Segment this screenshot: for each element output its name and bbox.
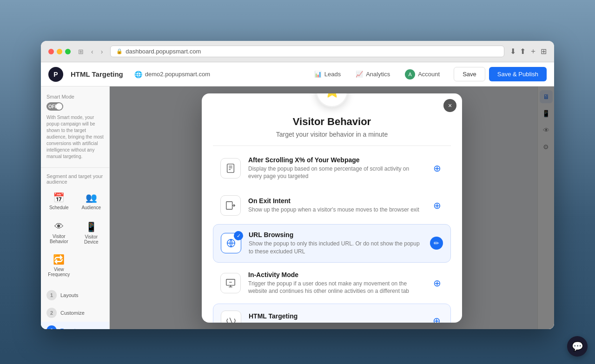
url-browsing-edit-button[interactable]: ✏: [430, 237, 443, 250]
html-targeting-add-button[interactable]: ⊕: [430, 314, 443, 322]
app-header: P HTML Targeting 🌐 demo2.popupsmart.com …: [41, 62, 554, 86]
analytics-icon: 📈: [356, 71, 363, 78]
save-button[interactable]: Save: [454, 67, 485, 81]
scroll-content: After Scrolling X% of Your Webpage Displ…: [248, 156, 423, 181]
step-circle-2: 2: [46, 308, 57, 318]
sidebar-step-customize[interactable]: 2 Customize: [41, 304, 109, 322]
audience-icon: 👥: [86, 192, 97, 203]
header-nav: 📊 Leads 📈 Analytics A Account: [308, 66, 446, 82]
visitor-behavior-label: Visitor Behavior: [46, 234, 72, 244]
html-targeting-title: HTML Targeting: [249, 312, 423, 320]
smart-mode-toggle[interactable]: OFF: [46, 102, 104, 111]
visitor-behavior-icon: 👁: [54, 221, 64, 232]
address-bar[interactable]: 🔒 dashboard.popupsmart.com: [110, 46, 504, 57]
modal-item-scroll[interactable]: After Scrolling X% of Your Webpage Displ…: [213, 150, 451, 187]
sidebar-item-audience[interactable]: 👥 Audience: [77, 188, 106, 214]
scroll-icon: [220, 158, 241, 179]
sidebar-item-schedule[interactable]: 📅 Schedule: [45, 188, 73, 214]
account-avatar: A: [405, 69, 415, 79]
close-traffic-light[interactable]: [48, 49, 54, 54]
modal-list: After Scrolling X% of Your Webpage Displ…: [202, 146, 462, 323]
browser-controls: ⊞ ‹ ›: [76, 47, 105, 56]
modal-item-html-targeting[interactable]: HTML Targeting Trigger popup based on th…: [213, 304, 451, 322]
modal-item-exit-intent[interactable]: On Exit Intent Show up the popup when a …: [213, 189, 451, 222]
browser-chrome: ⊞ ‹ › 🔒 dashboard.popupsmart.com ⬇ ⬆ ＋ ⊞: [41, 41, 554, 62]
maximize-traffic-light[interactable]: [65, 49, 71, 54]
sidebar-step-target[interactable]: 3 Target: [41, 322, 109, 329]
view-frequency-icon: 🔁: [53, 254, 65, 265]
html-targeting-content: HTML Targeting Trigger popup based on th…: [249, 312, 423, 322]
toggle-text: OFF: [48, 104, 58, 109]
share-button[interactable]: ⬆: [520, 47, 526, 56]
toggle-switch[interactable]: OFF: [46, 102, 63, 111]
visitor-behavior-modal: ⭐ × Visitor Behavior Target your visitor…: [202, 93, 462, 323]
site-label: demo2.popupsmart.com: [145, 71, 210, 78]
grid-view-button[interactable]: ⊞: [541, 47, 547, 56]
leads-button[interactable]: 📊 Leads: [308, 68, 347, 80]
smart-mode-section: Smart Mode OFF With Smart mode, your pop…: [41, 94, 109, 168]
sidebar: Smart Mode OFF With Smart mode, your pop…: [41, 86, 110, 329]
exit-intent-title: On Exit Intent: [248, 197, 423, 205]
chat-widget[interactable]: 💬: [567, 336, 588, 357]
sidebar-toggle-button[interactable]: ⊞: [76, 47, 86, 56]
in-activity-icon: [220, 273, 241, 293]
analytics-button[interactable]: 📈 Analytics: [349, 68, 397, 80]
traffic-lights: [48, 49, 71, 54]
sidebar-item-view-frequency[interactable]: 🔁 View Frequency: [45, 250, 73, 281]
schedule-label: Schedule: [49, 205, 69, 210]
schedule-icon: 📅: [53, 192, 65, 203]
modal-header: Visitor Behavior Target your visitor beh…: [202, 116, 462, 146]
browser-actions: ⬇ ⬆ ＋ ⊞: [510, 46, 547, 56]
url-browsing-title: URL Browsing: [249, 231, 423, 238]
forward-button[interactable]: ›: [99, 47, 105, 56]
save-publish-button[interactable]: Save & Publish: [489, 67, 547, 81]
visitor-device-icon: 📱: [86, 221, 97, 232]
globe-icon: 🌐: [134, 71, 142, 78]
svg-rect-0: [227, 164, 234, 172]
modal-icon-wrapper: ⭐: [316, 93, 348, 107]
modal-star-icon: ⭐: [324, 93, 340, 99]
download-button[interactable]: ⬇: [510, 47, 516, 56]
url-browsing-check-badge: ✓: [234, 231, 243, 240]
back-button[interactable]: ‹: [89, 47, 95, 56]
lock-icon: 🔒: [116, 48, 123, 54]
view-frequency-label: View Frequency: [46, 267, 72, 277]
new-tab-button[interactable]: ＋: [529, 46, 537, 56]
sidebar-item-visitor-device[interactable]: 📱 Visitor Device: [77, 218, 106, 248]
step-label-layouts: Layouts: [60, 292, 79, 298]
in-activity-desc: Trigger the popup if a user does not mak…: [248, 280, 423, 296]
modal-item-url-browsing[interactable]: ✓ URL Browsing Show the popup to only th…: [213, 224, 451, 263]
sidebar-grid: 📅 Schedule 👥 Audience 👁 Visitor Behavior…: [41, 188, 109, 248]
smart-mode-label: Smart Mode: [46, 94, 104, 99]
sidebar-step-layouts[interactable]: 1 Layouts: [41, 286, 109, 304]
visitor-device-label: Visitor Device: [79, 234, 104, 245]
in-activity-title: In-Activity Mode: [248, 271, 423, 278]
segment-label: Segment and target your audience: [41, 168, 109, 188]
site-badge: 🌐 demo2.popupsmart.com: [134, 71, 210, 78]
html-targeting-icon: [221, 311, 241, 322]
sidebar-item-visitor-behavior[interactable]: 👁 Visitor Behavior: [45, 218, 73, 248]
step-circle-3: 3: [46, 325, 57, 329]
app-logo: P: [48, 67, 63, 82]
html-targeting-desc: Trigger popup based on the HTML content …: [249, 321, 423, 322]
modal-item-in-activity[interactable]: In-Activity Mode Trigger the popup if a …: [213, 265, 451, 302]
in-activity-add-button[interactable]: ⊕: [430, 277, 443, 290]
step-label-customize: Customize: [60, 310, 85, 316]
scroll-add-button[interactable]: ⊕: [430, 162, 443, 175]
url-browsing-desc: Show the popup to only this included URL…: [249, 240, 423, 256]
url-browsing-content: URL Browsing Show the popup to only this…: [249, 231, 423, 256]
minimize-traffic-light[interactable]: [57, 49, 62, 54]
account-button[interactable]: A Account: [398, 66, 446, 82]
main-content: Target your audience settings... ⭐ × Vis…: [110, 86, 554, 329]
sidebar-steps: 1 Layouts 2 Customize 3 Target 4 Publish: [41, 286, 109, 329]
browser-window: ⊞ ‹ › 🔒 dashboard.popupsmart.com ⬇ ⬆ ＋ ⊞…: [41, 41, 554, 329]
scroll-title: After Scrolling X% of Your Webpage: [248, 156, 423, 164]
scroll-desc: Display the popup based on some percenta…: [248, 165, 423, 181]
exit-intent-add-button[interactable]: ⊕: [430, 199, 443, 212]
modal-close-button[interactable]: ×: [443, 99, 456, 112]
modal-title: Visitor Behavior: [213, 116, 451, 128]
in-activity-content: In-Activity Mode Trigger the popup if a …: [248, 271, 423, 296]
chat-icon: 💬: [572, 341, 583, 352]
url-browsing-icon-wrapper: ✓: [221, 233, 241, 253]
url-text: dashboard.popupsmart.com: [126, 48, 201, 55]
